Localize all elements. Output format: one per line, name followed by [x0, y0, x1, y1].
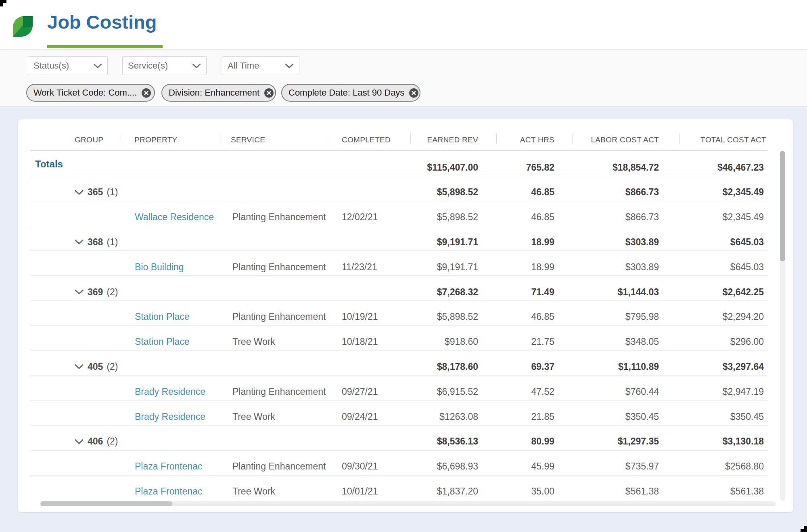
title-underline [47, 45, 163, 48]
group-row: 406 (2) $8,536.13 80.99 $1,297.35 $3,130… [30, 426, 768, 451]
status-filter-dropdown[interactable]: Status(s) [28, 56, 108, 75]
column-separator [327, 134, 327, 144]
chevron-down-icon[interactable] [75, 290, 84, 294]
time-filter-dropdown[interactable]: All Time [222, 56, 299, 75]
group-act-hrs: 69.37 [496, 361, 573, 372]
total-cost-act-cell: $2,345.49 [679, 212, 768, 223]
group-cell: 406 (2) [30, 436, 122, 447]
group-count: (2) [107, 361, 118, 372]
earned-rev-cell: $6,698.93 [410, 461, 496, 472]
earned-rev-cell: $5,898.52 [410, 212, 496, 223]
totals-labor-cost-act: $18,854.72 [573, 154, 679, 173]
completed-cell: 10/19/21 [327, 311, 410, 322]
chevron-down-icon [285, 64, 293, 68]
horizontal-scrollbar-thumb[interactable] [40, 501, 172, 506]
chevron-down-icon[interactable] [75, 190, 84, 195]
total-cost-act-cell: $2,947.19 [679, 386, 768, 397]
group-act-hrs: 71.49 [496, 287, 573, 298]
group-cell: 369 (2) [30, 287, 122, 298]
labor-cost-act-cell: $303.89 [573, 262, 679, 273]
completed-cell: 12/02/21 [327, 212, 410, 223]
service-cell: Planting Enhancement [221, 262, 327, 273]
filter-chip-work-ticket-code[interactable]: Work Ticket Code: Com.... [26, 84, 155, 102]
property-link[interactable]: Brady Residence [135, 411, 205, 422]
group-labor-cost-act: $303.89 [573, 237, 679, 248]
total-cost-act-cell: $296.00 [679, 336, 768, 347]
property-link[interactable]: Bio Building [135, 262, 184, 272]
screenshot-corner-artifact [0, 0, 3, 6]
group-earned-rev: $8,178.60 [410, 361, 496, 372]
filter-bar: Status(s) Service(s) All Time Work Ticke… [0, 49, 807, 107]
group-row: 365 (1) $5,898.52 46.85 $866.73 $2,345.4… [30, 176, 768, 201]
column-header-property[interactable]: PROPERTY [122, 136, 221, 144]
column-header-act-hrs[interactable]: ACT HRS [496, 136, 573, 144]
property-link[interactable]: Brady Residence [135, 386, 205, 397]
time-filter-label: All Time [228, 61, 259, 71]
group-earned-rev: $5,898.52 [410, 187, 496, 198]
earned-rev-cell: $1,837.20 [410, 486, 496, 497]
remove-chip-icon[interactable] [142, 88, 151, 98]
act-hrs-cell: 45.99 [496, 461, 573, 472]
column-separator [573, 134, 573, 144]
property-link[interactable]: Wallace Residence [135, 212, 214, 222]
group-label: 405 [88, 361, 103, 372]
group-label: 368 [88, 237, 103, 248]
chevron-down-icon[interactable] [75, 364, 84, 369]
column-header-service[interactable]: SERVICE [221, 136, 327, 144]
service-cell: Tree Work [221, 336, 327, 347]
labor-cost-act-cell: $735.97 [573, 461, 679, 472]
group-total-cost-act: $2,345.49 [679, 187, 768, 198]
total-cost-act-cell: $2,294.20 [679, 311, 768, 322]
chevron-down-icon[interactable] [75, 240, 84, 244]
screenshot-corner-artifact [801, 529, 807, 532]
act-hrs-cell: 21.85 [496, 411, 573, 422]
labor-cost-act-cell: $866.73 [573, 212, 679, 223]
filter-chip-label: Division: Enhancement [169, 88, 259, 98]
work-ticket-row: Plaza Frontenac Tree Work 10/01/21 $1,83… [30, 476, 768, 501]
column-header-completed[interactable]: COMPLETED [327, 136, 410, 144]
group-count: (1) [107, 237, 118, 248]
group-count: (2) [107, 436, 118, 447]
group-total-cost-act: $3,130.18 [679, 436, 768, 447]
column-separator [679, 134, 680, 144]
act-hrs-cell: 18.99 [496, 262, 573, 273]
column-separator [496, 134, 497, 144]
group-labor-cost-act: $1,144.03 [573, 287, 679, 298]
property-link[interactable]: Station Place [135, 336, 190, 347]
job-costing-table: GROUP PROPERTY SERVICE COMPLETED EARNED … [30, 119, 768, 500]
work-ticket-row: Brady Residence Tree Work 09/24/21 $1263… [30, 401, 768, 426]
chevron-down-icon[interactable] [75, 439, 84, 444]
property-link[interactable]: Plaza Frontenac [135, 486, 202, 497]
filter-chip-division[interactable]: Division: Enhancement [161, 84, 276, 102]
column-header-earned-rev[interactable]: EARNED REV [410, 136, 496, 144]
service-filter-label: Service(s) [128, 61, 168, 71]
earned-rev-cell: $5,898.52 [410, 311, 496, 322]
column-header-total-cost-act[interactable]: TOTAL COST ACT [679, 136, 768, 144]
labor-cost-act-cell: $348.05 [573, 336, 679, 347]
earned-rev-cell: $6,915.52 [410, 386, 496, 397]
group-earned-rev: $9,191.71 [410, 237, 496, 248]
property-link[interactable]: Plaza Frontenac [135, 461, 202, 471]
leaf-logo-icon [13, 16, 33, 37]
group-label: 369 [88, 287, 103, 298]
group-labor-cost-act: $866.73 [573, 187, 679, 198]
service-filter-dropdown[interactable]: Service(s) [122, 56, 207, 75]
column-header-labor-cost-act[interactable]: LABOR COST ACT [573, 136, 679, 144]
column-header-group[interactable]: GROUP [30, 136, 122, 144]
filter-chip-label: Work Ticket Code: Com.... [33, 88, 137, 98]
remove-chip-icon[interactable] [409, 88, 418, 98]
chevron-down-icon [192, 64, 201, 68]
group-earned-rev: $8,536.13 [410, 436, 496, 447]
act-hrs-cell: 21.75 [496, 336, 573, 347]
earned-rev-cell: $1263.08 [410, 411, 496, 422]
group-labor-cost-act: $1,297.35 [573, 436, 679, 447]
remove-chip-icon[interactable] [264, 88, 274, 98]
act-hrs-cell: 46.85 [496, 212, 573, 223]
filter-chip-complete-date[interactable]: Complete Date: Last 90 Days [281, 84, 420, 102]
completed-cell: 10/18/21 [327, 336, 410, 347]
property-link[interactable]: Station Place [135, 311, 190, 322]
vertical-scrollbar-thumb[interactable] [780, 151, 785, 261]
total-cost-act-cell: $645.03 [679, 262, 768, 273]
column-separator [221, 134, 221, 144]
column-separator [410, 134, 411, 144]
